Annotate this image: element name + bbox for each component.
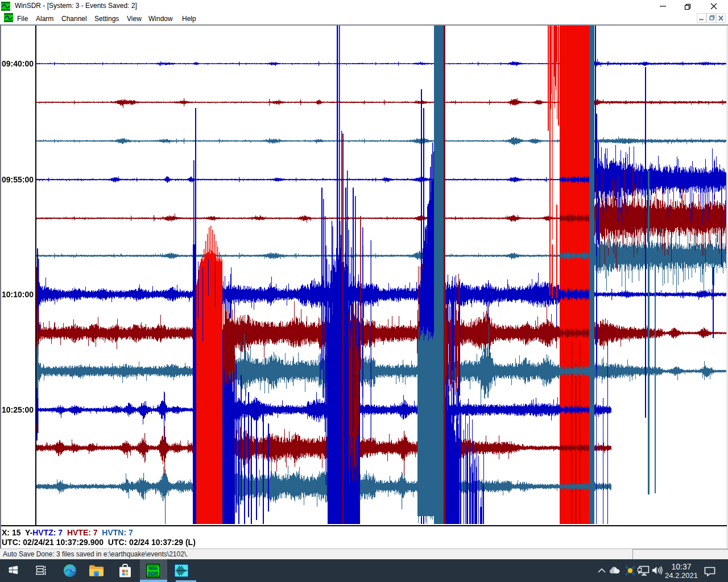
svg-text:SDR: SDR <box>148 571 158 576</box>
